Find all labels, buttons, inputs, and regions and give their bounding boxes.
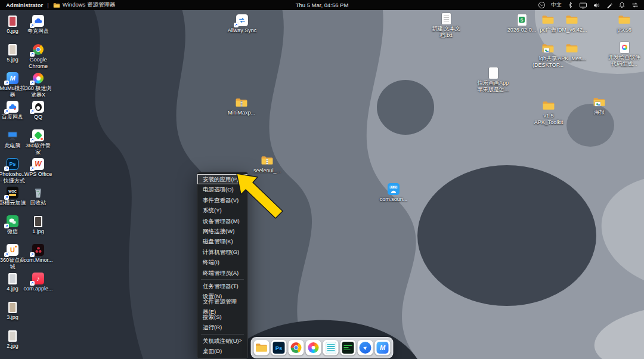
excel-2026-icon: S (515, 14, 528, 26)
menu-item-terminal-admin[interactable]: 终端管理员(A) (197, 268, 247, 278)
desktop-icon-label: 1.jpg (32, 228, 44, 235)
menu-item-system[interactable]: 系统(Y) (197, 205, 247, 215)
dock-item-mumu[interactable]: M (375, 340, 391, 355)
menu-item-label: 桌面(D) (203, 346, 222, 356)
menu-item-label: 运行(R) (203, 322, 222, 332)
tray-pen-icon[interactable] (606, 0, 613, 10)
desktop-icon-0-jpg[interactable]: 0.jpg (0, 15, 27, 35)
desktop-icon-com-soun-apk[interactable]: APKcom.soun... (373, 183, 414, 203)
menu-item-power-options[interactable]: 电源选项(O) (197, 184, 247, 194)
desktop-icon-label: 微信 (7, 228, 18, 235)
desktop-icon-label: v1.5 APK_Toolkit (534, 113, 564, 125)
shortcut-arrow-icon (30, 281, 35, 286)
menu-item-network-connections[interactable]: 网络连接(W) (197, 226, 247, 236)
desktop-icon-codegen-doc[interactable]: 开发绘画软件 代码生成... (604, 41, 644, 67)
dock-item-photoshop[interactable]: Ps (271, 340, 287, 355)
menu-item-event-viewer[interactable]: 事件查看器(V) (197, 195, 247, 205)
desktop-icon-360-manager[interactable]: 360软件管家 (24, 129, 52, 155)
desktop-icon-label: MiniMaxp... (228, 110, 255, 116)
menubar-app[interactable]: Windows 资源管理器 (53, 1, 116, 9)
desktop-icon-apk-mes-folder[interactable]: APK_Mes... (552, 42, 592, 62)
desktop-icon-label: pscs6 (617, 27, 631, 33)
desktop-icon-allway-sync[interactable]: Allway Sync (222, 14, 262, 34)
menu-item-computer-management[interactable]: 计算机管理(G) (197, 247, 247, 257)
desktop-icon-qq[interactable]: QQ (24, 101, 52, 120)
menu-item-label: 网络连接(W) (203, 226, 234, 236)
dock-item-browser[interactable] (358, 340, 373, 355)
4-jpg-icon (6, 273, 19, 284)
desktop-icon-pscs6-folder[interactable]: pscs6 (604, 14, 644, 33)
desktop-icon-baidu-pan[interactable]: 百度网盘 (0, 101, 27, 120)
desktop-icon-recycle-bin[interactable]: 回收站 (24, 187, 52, 206)
desktop-icon-label: 海报 (594, 109, 605, 116)
desktop-icon-google-chrome[interactable]: Google Chrome (24, 44, 52, 69)
desktop-icon-apk-toolkit-folder[interactable]: v1.5 APK_Toolkit (528, 100, 569, 125)
desktop-icon-1-jpg[interactable]: 1.jpg (24, 215, 52, 235)
menu-item-label: 任务管理器(T) (203, 281, 239, 291)
dock: PsM (251, 337, 394, 358)
pscs6-folder-icon (618, 14, 631, 26)
desktop-icon-photoshop-shortcut[interactable]: PsPhotosho... - 快捷方式 (0, 158, 27, 184)
3-jpg-icon (6, 301, 19, 313)
tray-sync-icon[interactable] (631, 0, 639, 10)
menu-item-run[interactable]: 运行(R) (197, 322, 247, 332)
dock-item-photos[interactable] (306, 340, 321, 355)
tray-display-icon[interactable] (579, 0, 587, 10)
mumu-icon: M (6, 72, 19, 84)
minimax-folder-icon (235, 97, 248, 109)
menu-item-installed-apps[interactable]: 安装的应用(P) (197, 174, 247, 184)
desktop-icon-idm-folder[interactable]: IDM_v6.42... (552, 14, 592, 33)
desktop-icon-3-jpg[interactable]: 3.jpg (0, 301, 27, 321)
tray-volume-icon[interactable] (593, 0, 600, 10)
menu-item-desktop[interactable]: 桌面(D) (197, 346, 247, 356)
dock-item-notes[interactable] (323, 340, 339, 355)
recycle-bin-icon (32, 187, 45, 199)
desktop-icon-this-pc[interactable]: 此电脑 (0, 129, 27, 149)
this-pc-icon (6, 129, 19, 141)
menubar-user[interactable]: Administrator (6, 2, 43, 8)
menu-item-terminal[interactable]: 终端(I) (197, 257, 247, 267)
dock-item-chrome[interactable] (289, 340, 304, 355)
menu-item-disk-management[interactable]: 磁盘管理(K) (197, 236, 247, 246)
shortcut-arrow-icon (30, 252, 35, 257)
desktop-icon-wechat[interactable]: 微信 (0, 215, 27, 235)
dock-item-file-manager[interactable] (254, 340, 270, 355)
menu-item-task-manager[interactable]: 任务管理器(T) (197, 281, 247, 291)
dock-item-terminal[interactable] (340, 340, 356, 355)
shortcut-arrow-icon (30, 138, 35, 143)
desktop-icon-com-apple[interactable]: ♪com.apple... (24, 273, 52, 292)
desktop-icon-poster-folder[interactable]: 海报 (579, 96, 620, 116)
menu-item-file-explorer[interactable]: 文件资源管理器(E) (197, 302, 247, 312)
menu-item-device-manager[interactable]: 设备管理器(M) (197, 216, 247, 226)
menu-item-shutdown-signout[interactable]: 关机或注销(U)> (197, 336, 247, 346)
allway-sync-icon (236, 14, 249, 26)
desktop-icon-happy-paint-doc[interactable]: 快乐画画App 苹果版是怎... (473, 67, 513, 92)
desktop-icon-com-minor[interactable]: com.Minor... (24, 244, 52, 264)
desktop-icon-new-text-doc[interactable]: 新建 文本文 档.txt (426, 13, 466, 38)
shortcut-arrow-icon (4, 109, 9, 114)
folder-icon (53, 2, 60, 8)
desktop-icon-label: seelenui_... (253, 168, 281, 174)
desktop-icon-quark-pan[interactable]: 夸克网盘 (24, 15, 52, 35)
menubar-clock: Thu 5 Mar, 04:56 PM (296, 2, 349, 8)
tray-chevron-circle-icon[interactable] (538, 0, 546, 10)
desktop-icon-360-browser-x[interactable]: 360 极速浏 览器X (24, 72, 52, 98)
shortcut-arrow-icon (30, 52, 35, 57)
menu-item-label: 计算机管理(G) (203, 247, 239, 257)
desktop-icon-360-mall[interactable]: U360智点商城 (0, 244, 27, 270)
desktop-icon-2-jpg[interactable]: 2.jpg (0, 330, 27, 349)
desktop-icon-label: 360智点商城 (0, 257, 27, 270)
tray-input-method-icon[interactable]: 中文 (551, 0, 562, 10)
desktop-icon-minimax-folder[interactable]: MiniMaxp... (221, 97, 262, 116)
qq-icon (32, 101, 45, 113)
tray-bluetooth-icon[interactable] (567, 0, 574, 10)
desktop-icon-label: 回收站 (30, 200, 47, 206)
desktop-icon-label: IDM_v6.42... (556, 27, 587, 33)
desktop-icon-wps-office[interactable]: WWPS Office (24, 158, 52, 178)
desktop-icon-mumu[interactable]: MMuMu模拟 器 (0, 72, 27, 98)
desktop-icon-5-jpg[interactable]: 5.jpg (0, 44, 27, 63)
desktop-icon-woc-cloud[interactable]: WOC卧槽云加速 (0, 187, 27, 206)
desktop-icon-seelenui-folder[interactable]: seelenui_... (247, 154, 287, 174)
tray-notifications-icon[interactable] (618, 0, 626, 10)
shortcut-arrow-icon (4, 252, 9, 257)
